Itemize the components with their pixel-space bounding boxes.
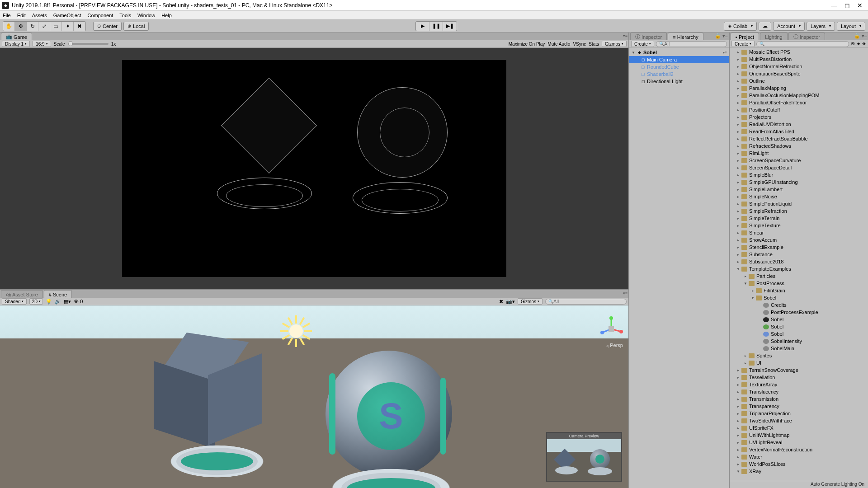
project-item[interactable]: ▸Projectors <box>730 113 868 121</box>
project-item[interactable]: ▸TwoSidedWithFace <box>730 417 868 424</box>
hand-tool-button[interactable]: ✋ <box>3 22 15 31</box>
scale-tool-button[interactable]: ⤢ <box>38 22 50 31</box>
project-item[interactable]: ▸ParallaxMapping <box>730 84 868 92</box>
panel-menu-icon[interactable]: ▾≡ <box>862 33 867 39</box>
project-item[interactable]: ▸Mosaic Effect PPS <box>730 48 868 56</box>
project-create-dropdown[interactable]: Create <box>731 41 755 47</box>
project-item[interactable]: ▸Transparency <box>730 403 868 410</box>
pivot-mode-button[interactable]: ⊙ Center <box>93 22 122 31</box>
game-render-area[interactable] <box>0 48 628 289</box>
project-item[interactable]: ▸RimLight <box>730 150 868 157</box>
minimize-button[interactable]: — <box>831 2 837 9</box>
menu-assets[interactable]: Assets <box>32 13 47 18</box>
project-item[interactable]: ▸ScreenSpaceCurvature <box>730 157 868 164</box>
scale-slider[interactable] <box>68 43 108 45</box>
fx-toggle-icon[interactable]: ▦▾ <box>64 299 71 305</box>
project-item[interactable]: ▸Transmission <box>730 395 868 403</box>
scene-gizmos-dropdown[interactable]: Gizmos <box>518 298 542 305</box>
menu-window[interactable]: Window <box>137 13 155 18</box>
hierarchy-search-input[interactable]: 🔍All <box>656 41 727 47</box>
favorite-icon[interactable]: ★ <box>857 42 860 46</box>
directional-light-gizmo[interactable] <box>280 315 312 347</box>
project-item[interactable]: ▸Substance2018 <box>730 258 868 265</box>
mode-2d-toggle[interactable]: 2D <box>29 298 43 305</box>
pivot-rotation-button[interactable]: ⊕ Local <box>123 22 149 31</box>
gizmos-dropdown[interactable]: Gizmos <box>602 41 627 47</box>
project-item[interactable]: ▸SimpleTerrain <box>730 215 868 222</box>
project-item[interactable]: Sobel <box>730 323 868 330</box>
project-item[interactable]: ▸MultiPassDistortion <box>730 56 868 63</box>
project-item[interactable]: ▸UI <box>730 359 868 366</box>
orientation-gizmo[interactable] <box>599 316 624 342</box>
hierarchy-list[interactable]: ▼◆Sobel ▾≡ ◻Main Camera▢RoundedCube▢Shad… <box>629 48 729 488</box>
project-item[interactable]: ▸Water <box>730 453 868 460</box>
persp-label[interactable]: ◁ Persp <box>606 343 623 348</box>
project-item[interactable]: ▸StencilExample <box>730 244 868 251</box>
project-item[interactable]: ▸TextureArray <box>730 381 868 388</box>
hierarchy-create-dropdown[interactable]: Create <box>631 41 654 47</box>
project-item[interactable]: ▸Outline <box>730 77 868 84</box>
maximize-button[interactable]: ◻ <box>844 2 850 9</box>
project-item[interactable]: ▸RefractedShadows <box>730 142 868 150</box>
camera-settings-icon[interactable]: ✖ <box>499 299 503 305</box>
move-tool-button[interactable]: ✥ <box>15 22 27 31</box>
pause-button[interactable]: ❚❚ <box>429 22 443 31</box>
project-item[interactable]: ▸ParallaxOcclusionMappingPOM <box>730 92 868 99</box>
aspect-dropdown[interactable]: 16:9 <box>33 41 51 47</box>
project-search-input[interactable]: 🔍 <box>756 41 849 47</box>
project-tree[interactable]: ▸Mosaic Effect PPS▸MultiPassDistortion▸O… <box>730 48 868 481</box>
project-item[interactable]: ▸UISpriteFX <box>730 424 868 432</box>
project-item[interactable]: ▸ParallaxOffsetFakeInterior <box>730 99 868 106</box>
rounded-cube-object[interactable] <box>154 333 258 436</box>
tab-game[interactable]: 📺 Game <box>1 33 32 40</box>
lock-icon[interactable]: 🔒 <box>854 33 860 39</box>
project-item[interactable]: ▼Sobel <box>730 294 868 301</box>
maximize-on-play-toggle[interactable]: Maximize On Play <box>509 42 545 47</box>
menu-edit[interactable]: Edit <box>17 13 26 18</box>
project-item[interactable]: SobelMain <box>730 345 868 352</box>
project-item[interactable]: ▸UVLightReveal <box>730 439 868 446</box>
project-item[interactable]: ▸RadialUVDistortion <box>730 121 868 128</box>
scene-render-area[interactable]: S <box>0 305 628 488</box>
project-item[interactable]: ▸SimpleTexture <box>730 222 868 229</box>
menu-component[interactable]: Component <box>87 13 113 18</box>
project-item[interactable]: ▸ObjectNormalRefraction <box>730 63 868 70</box>
project-item[interactable]: ▸SimplePotionLiquid <box>730 200 868 207</box>
menu-gameobject[interactable]: GameObject <box>53 13 81 18</box>
tab-hierarchy[interactable]: ≡ Hierarchy <box>668 33 703 40</box>
project-item[interactable]: ▸SimpleLambert <box>730 186 868 193</box>
project-item[interactable]: ▼XRay <box>730 468 868 475</box>
project-item[interactable]: ▸SimpleRefraction <box>730 207 868 215</box>
lock-icon[interactable]: 🔒 <box>715 33 721 39</box>
project-item[interactable]: Sobel <box>730 330 868 338</box>
collab-dropdown[interactable]: ◈ Collab <box>724 22 757 31</box>
mute-audio-toggle[interactable]: Mute Audio <box>547 42 570 47</box>
step-button[interactable]: ▶❚ <box>443 22 457 31</box>
viewport-settings-icon[interactable]: 📷▾ <box>506 299 515 305</box>
menu-tools[interactable]: Tools <box>119 13 131 18</box>
project-item[interactable]: ▼PostProcess <box>730 280 868 287</box>
filter-icon[interactable]: ⦿ <box>851 42 855 46</box>
lighting-toggle-icon[interactable]: 💡 <box>46 299 52 305</box>
vsync-toggle[interactable]: VSync <box>573 42 586 47</box>
shaderball-object[interactable]: S <box>326 351 452 477</box>
hierarchy-item[interactable]: ◻Directional Light <box>629 78 729 85</box>
project-item[interactable]: SobelIntensity <box>730 338 868 345</box>
menu-file[interactable]: File <box>3 13 11 18</box>
panel-menu-icon[interactable]: ▾≡ <box>623 33 627 38</box>
project-item[interactable]: ▸TriplanarProjection <box>730 410 868 417</box>
project-item[interactable]: ▸Translucency <box>730 388 868 395</box>
project-item[interactable]: ▸PositionCutoff <box>730 106 868 113</box>
layout-dropdown[interactable]: Layout <box>837 22 865 31</box>
project-item[interactable]: ▸Particles <box>730 272 868 280</box>
project-item[interactable]: ▸Substance <box>730 251 868 258</box>
tab-inspector-right[interactable]: ⓘ Inspector <box>788 33 825 40</box>
project-item[interactable]: ▸VertexNormalReconstruction <box>730 446 868 453</box>
display-dropdown[interactable]: Display 1 <box>2 41 30 47</box>
account-dropdown[interactable]: Account <box>773 22 805 31</box>
project-item[interactable]: ▸FilmGrain <box>730 287 868 294</box>
rotate-tool-button[interactable]: ↻ <box>27 22 38 31</box>
hidden-icon[interactable]: 👁 <box>862 42 866 46</box>
project-item[interactable]: ▸WorldPosSLices <box>730 460 868 468</box>
project-item[interactable]: ▸ReadFromAtlasTiled <box>730 128 868 135</box>
